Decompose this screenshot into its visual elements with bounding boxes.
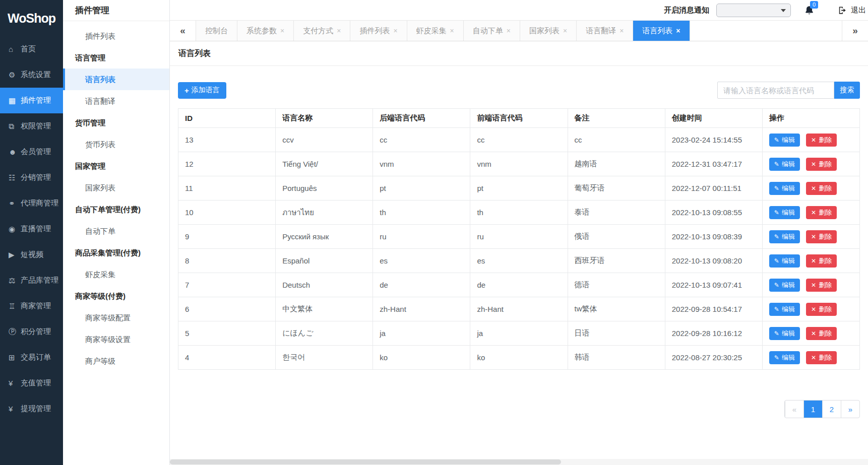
cell-created-time: 2022-09-28 10:16:12 <box>665 321 762 346</box>
delete-button[interactable]: ✕ 删除 <box>806 206 837 219</box>
delete-button[interactable]: ✕ 删除 <box>806 134 837 147</box>
plugin-icon: ▦ <box>9 96 21 105</box>
sidebar-item-home[interactable]: ⌂ 首页 <box>0 36 63 62</box>
sidebar-item-orders[interactable]: ⊞ 交易订单 <box>0 345 63 370</box>
sidebar-item-agents[interactable]: ⚭ 代理商管理 <box>0 190 63 216</box>
submenu-section-language[interactable]: 语言管理 <box>63 47 169 69</box>
pagination: «12» <box>784 400 860 418</box>
sidebar-item-short-video[interactable]: ▶ 短视频 <box>0 242 63 268</box>
sidebar-item-distribution[interactable]: ☷ 分销管理 <box>0 165 63 190</box>
tab-console[interactable]: 控制台 <box>196 21 237 41</box>
sidebar-item-merchants[interactable]: ♖ 商家管理 <box>0 293 63 319</box>
tab-auto-order[interactable]: 自动下单 × <box>464 21 520 41</box>
submenu-section-auto-order[interactable]: 自动下单管理(付费) <box>63 198 169 220</box>
gear-icon: ⚙ <box>9 71 21 80</box>
sidebar-item-withdraw[interactable]: ¥ 提现管理 <box>0 396 63 422</box>
plus-icon: + <box>184 86 189 95</box>
tabs-scroll-right-button[interactable]: » <box>842 21 868 41</box>
delete-button[interactable]: ✕ 删除 <box>806 279 837 292</box>
tabs-scroll-left-button[interactable]: « <box>170 21 196 41</box>
tab-close-icon[interactable]: × <box>507 27 511 35</box>
next-page-button[interactable]: » <box>841 401 859 418</box>
sidebar-item-plugin-management[interactable]: ▦ 插件管理 <box>0 88 63 113</box>
submenu-section-currency[interactable]: 货币管理 <box>63 112 169 134</box>
horizontal-scrollbar[interactable] <box>170 459 868 465</box>
edit-button[interactable]: ✎ 编辑 <box>769 327 800 340</box>
delete-button[interactable]: ✕ 删除 <box>806 351 837 364</box>
sidebar-item-recharge[interactable]: ¥ 充值管理 <box>0 370 63 396</box>
edit-button[interactable]: ✎ 编辑 <box>769 158 800 171</box>
logout-button[interactable]: 退出 <box>838 6 866 15</box>
delete-button[interactable]: ✕ 删除 <box>806 182 837 195</box>
submenu-item-currency-list[interactable]: 货币列表 <box>63 134 169 155</box>
edit-button[interactable]: ✎ 编辑 <box>769 206 800 219</box>
sidebar-item-system-settings[interactable]: ⚙ 系统设置 <box>0 62 63 88</box>
edit-button[interactable]: ✎ 编辑 <box>769 303 800 316</box>
edit-button[interactable]: ✎ 编辑 <box>769 182 800 195</box>
tab-close-icon[interactable]: × <box>563 27 567 35</box>
short-video-icon: ▶ <box>9 250 21 259</box>
submenu-list: 插件列表 语言管理 语言列表 语言翻译 货币管理 货币列表 国家管理 国家列表 … <box>63 21 169 372</box>
tab-close-icon[interactable]: × <box>676 27 680 35</box>
tab-language-translate[interactable]: 语言翻译 × <box>577 21 633 41</box>
page-2-button[interactable]: 2 <box>822 401 841 418</box>
delete-button[interactable]: ✕ 删除 <box>806 230 837 243</box>
delete-button[interactable]: ✕ 删除 <box>806 254 837 268</box>
submenu-item-language-list[interactable]: 语言列表 <box>63 69 169 90</box>
add-language-button[interactable]: + 添加语言 <box>178 82 226 99</box>
notification-bell-button[interactable]: 0 <box>804 5 815 16</box>
search-box: 搜索 <box>717 82 860 99</box>
page-1-button[interactable]: 1 <box>803 401 822 418</box>
tab-system-params[interactable]: 系统参数 × <box>237 21 294 41</box>
notify-select[interactable] <box>716 4 791 17</box>
woshop-logo[interactable]: WoShop <box>0 0 63 36</box>
submenu-item-label: 商户等级 <box>85 357 115 365</box>
prev-page-button[interactable]: « <box>785 401 803 418</box>
sidebar-item-product-library[interactable]: ⚖ 产品库管理 <box>0 268 63 293</box>
tab-close-icon[interactable]: × <box>337 27 341 35</box>
delete-button[interactable]: ✕ 删除 <box>806 158 837 171</box>
search-button[interactable]: 搜索 <box>834 82 860 99</box>
submenu-section-merchant-level[interactable]: 商家等级(付费) <box>63 285 169 307</box>
sidebar-item-points[interactable]: Ⓟ 积分管理 <box>0 319 63 345</box>
edit-button[interactable]: ✎ 编辑 <box>769 351 800 364</box>
topbar: 开启消息通知 0 退出 <box>170 0 868 20</box>
cell-created-time: 2022-12-07 00:11:51 <box>665 176 762 201</box>
column-header: 操作 <box>762 109 859 128</box>
submenu-item-language-translate[interactable]: 语言翻译 <box>63 90 169 112</box>
delete-label: 删除 <box>819 281 832 290</box>
tab-close-icon[interactable]: × <box>619 27 624 35</box>
edit-icon: ✎ <box>774 185 779 192</box>
submenu-item-auto-order[interactable]: 自动下单 <box>63 220 169 242</box>
submenu-item-merchant-grade[interactable]: 商户等级 <box>63 350 169 372</box>
delete-button[interactable]: ✕ 删除 <box>806 327 837 340</box>
tab-country-list[interactable]: 国家列表 × <box>520 21 577 41</box>
submenu-item-country-list[interactable]: 国家列表 <box>63 177 169 198</box>
tab-close-icon[interactable]: × <box>393 27 397 35</box>
cell-language-name: Deutsch <box>276 273 373 297</box>
search-input[interactable] <box>717 82 834 99</box>
tab-close-icon[interactable]: × <box>280 27 284 35</box>
tab-language-list[interactable]: 语言列表 × <box>633 21 690 41</box>
sidebar-item-permission[interactable]: ⧉ 权限管理 <box>0 113 63 139</box>
tab-close-icon[interactable]: × <box>450 27 454 35</box>
edit-button[interactable]: ✎ 编辑 <box>769 254 800 268</box>
tab-payment-methods[interactable]: 支付方式 × <box>294 21 350 41</box>
tab-plugin-list[interactable]: 插件列表 × <box>350 21 407 41</box>
submenu-item-merchant-level-setting[interactable]: 商家等级设置 <box>63 328 169 350</box>
edit-button[interactable]: ✎ 编辑 <box>769 134 800 147</box>
sidebar-item-members[interactable]: ☻ 会员管理 <box>0 139 63 165</box>
cell-created-time: 2023-02-24 15:14:55 <box>665 128 762 152</box>
submenu-item-plugin-list[interactable]: 插件列表 <box>63 25 169 47</box>
delete-button[interactable]: ✕ 删除 <box>806 303 837 316</box>
tab-shopee-collection[interactable]: 虾皮采集 × <box>407 21 464 41</box>
edit-button[interactable]: ✎ 编辑 <box>769 279 800 292</box>
submenu-section-product-collection[interactable]: 商品采集管理(付费) <box>63 242 169 263</box>
edit-button[interactable]: ✎ 编辑 <box>769 230 800 243</box>
sidebar-item-live[interactable]: ◉ 直播管理 <box>0 216 63 242</box>
submenu-item-shopee-collection[interactable]: 虾皮采集 <box>63 263 169 285</box>
submenu-item-merchant-level-config[interactable]: 商家等级配置 <box>63 307 169 328</box>
horizontal-scrollbar-thumb[interactable] <box>170 459 561 464</box>
delete-label: 删除 <box>819 256 832 265</box>
submenu-section-country[interactable]: 国家管理 <box>63 155 169 177</box>
